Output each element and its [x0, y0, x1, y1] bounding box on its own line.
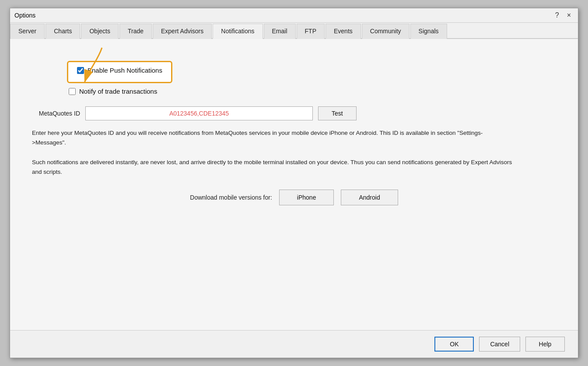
notify-trade-row: Notify of trade transactions: [69, 88, 157, 95]
iphone-button[interactable]: iPhone: [279, 190, 334, 205]
content-area: Enable Push Notifications Notify of trad…: [10, 39, 578, 330]
tab-events[interactable]: Events: [326, 24, 361, 39]
test-button[interactable]: Test: [318, 106, 357, 120]
dialog-window: Options ? × Server Charts Objects Trade …: [10, 8, 578, 358]
ok-button[interactable]: OK: [434, 337, 474, 352]
enable-push-checkbox[interactable]: [77, 67, 84, 74]
enable-push-label[interactable]: Enable Push Notifications: [88, 67, 162, 74]
notify-trade-label[interactable]: Notify of trade transactions: [79, 88, 157, 95]
tab-notifications[interactable]: Notifications: [213, 24, 262, 39]
cancel-button[interactable]: Cancel: [479, 337, 520, 352]
metaquotes-id-input[interactable]: [85, 106, 313, 120]
tab-objects[interactable]: Objects: [81, 24, 118, 39]
enable-push-highlight: Enable Push Notifications: [67, 61, 172, 83]
footer: OK Cancel Help: [10, 330, 578, 358]
tab-ftp[interactable]: FTP: [297, 24, 325, 39]
tab-expert-advisors[interactable]: Expert Advisors: [153, 24, 212, 39]
tab-email[interactable]: Email: [264, 24, 296, 39]
enable-push-row: Enable Push Notifications: [77, 67, 162, 74]
tab-server[interactable]: Server: [10, 24, 45, 39]
title-bar-controls: ? ×: [553, 11, 574, 20]
tab-trade[interactable]: Trade: [119, 24, 152, 39]
tab-charts[interactable]: Charts: [46, 24, 80, 39]
help-footer-button[interactable]: Help: [525, 337, 565, 352]
notify-trade-checkbox[interactable]: [69, 88, 76, 95]
download-label: Download mobile versions for:: [190, 194, 272, 201]
tab-bar: Server Charts Objects Trade Expert Advis…: [10, 23, 578, 39]
metaquotes-id-row: MetaQuotes ID Test: [32, 106, 556, 120]
description-1: Enter here your MetaQuotes ID and you wi…: [32, 128, 513, 147]
description-2: Such notifications are delivered instant…: [32, 158, 513, 176]
help-button[interactable]: ?: [553, 11, 562, 20]
title-bar: Options ? ×: [10, 8, 578, 23]
android-button[interactable]: Android: [341, 190, 398, 205]
download-row: Download mobile versions for: iPhone And…: [32, 190, 556, 205]
metaquotes-id-label: MetaQuotes ID: [32, 110, 80, 117]
checkbox-area: Enable Push Notifications Notify of trad…: [67, 61, 556, 99]
close-button[interactable]: ×: [564, 11, 574, 20]
tab-signals[interactable]: Signals: [410, 24, 447, 39]
tab-community[interactable]: Community: [362, 24, 410, 39]
window-title: Options: [14, 12, 35, 19]
